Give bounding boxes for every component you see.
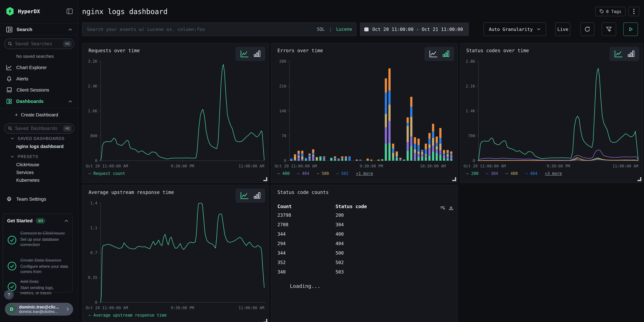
line-chart-icon[interactable] [614,50,623,58]
line-chart-icon[interactable] [429,50,438,58]
svg-text:0: 0 [284,158,286,163]
legend-more-link[interactable]: +1 more [356,171,373,176]
sidebar-item-label: Alerts [16,76,28,82]
saved-dashboards-heading[interactable]: SAVED DASHBOARDS [10,136,64,141]
presets-heading[interactable]: PRESETS [10,154,38,159]
legend-more-link[interactable]: +3 more [545,171,562,176]
svg-text:9:30:00 PM: 9:30:00 PM [360,164,383,168]
dashboard-menu-button[interactable] [628,7,639,16]
chevron-down-icon [10,155,14,158]
avg-upstream-chart[interactable]: 00.350.71.11.4Oct 20 11:00:00 AM9:30:00 … [85,201,266,312]
svg-text:0: 0 [95,158,97,163]
saved-searches-input[interactable] [15,41,61,46]
sidebar-dashboard-link-active[interactable]: nginx logs dashboard [16,144,64,149]
refresh-button[interactable] [580,22,594,36]
run-query-button[interactable] [624,22,638,36]
bar-chart-icon[interactable] [254,50,260,58]
legend-item: — Average upstream response time [88,313,166,318]
panel-resize-handle[interactable] [264,319,267,322]
chevron-down-icon [10,137,14,140]
svg-text:210: 210 [279,84,286,88]
requests-chart[interactable]: 08001.6K2.4K3.2KOct 20 11:00:00 AM9:30:0… [85,59,266,170]
svg-text:11:00:00 AM: 11:00:00 AM [238,306,264,310]
bar-chart-icon[interactable] [442,50,450,58]
legend-item: — 500 [317,171,329,176]
sidebar: HyperDX Search ⌘K No saved searches [0,0,78,322]
tags-button[interactable]: 0 Tags [595,7,626,16]
panel-title: Average upstream response time [88,190,174,195]
divider [0,108,78,108]
divider [0,23,78,24]
live-button[interactable]: Live [555,22,570,36]
sidebar-item-client-sessions[interactable]: Client Sessions [0,85,78,95]
bar-chart-icon[interactable] [254,192,260,199]
line-chart-icon[interactable] [240,192,249,199]
panel-title: Status codes over time [466,48,529,54]
search-icon [8,42,12,46]
create-dashboard-button[interactable]: + Create Dashboard [0,110,78,120]
hyperdx-logo-icon [6,7,14,16]
table-options-icon[interactable] [440,206,445,211]
status-codes-chart[interactable]: 07001.4K2.1K2.8KOct 20 11:00:00 AM9:30:0… [463,59,640,170]
sidebar-preset-kubernetes[interactable]: Kubernetes [16,178,40,183]
granularity-select[interactable]: Auto Granularity [484,22,546,36]
sidebar-item-dashboards[interactable]: Dashboards [0,97,78,106]
lucene-mode-label[interactable]: Lucene [336,27,352,32]
get-started-step[interactable]: Add Data Start sending logs, metrics, or… [7,279,68,296]
svg-text:2.1K: 2.1K [466,84,475,88]
table-row: 294404 [278,239,452,248]
date-range-picker[interactable]: Oct 20 11:00:00 - Oct 21 11:00:00 [360,22,469,36]
saved-dashboards-search[interactable]: ⌘K [4,123,74,134]
legend-item: — 404 [525,171,538,176]
sidebar-item-chart-explorer[interactable]: Chart Explorer [0,63,78,72]
table-row: 2708304 [278,220,452,230]
sidebar-item-label: Dashboards [16,99,64,104]
errors-chart[interactable]: 070140210280Oct 20 11:00:00 AM9:30:00 PM… [274,59,455,170]
help-icon: ? [8,292,10,298]
svg-text:140: 140 [279,109,286,113]
sidebar-section-search[interactable]: Search [0,24,78,35]
sidebar-collapse-icon[interactable] [66,8,73,14]
panel-resize-handle[interactable] [638,177,641,181]
get-started-card: Get Started 3/3 Connect to ClickHouse Se… [3,214,73,292]
download-icon[interactable] [448,206,454,211]
help-button[interactable]: ? [4,290,14,300]
refresh-icon [584,26,590,32]
filter-button[interactable] [602,22,616,36]
sidebar-preset-clickhouse[interactable]: ClickHouse [16,162,39,168]
event-search-bar[interactable]: SQL | Lucene [82,22,356,36]
panel-resize-handle[interactable] [452,177,456,181]
panel-title: Status code counts [278,190,328,195]
svg-text:1.6K: 1.6K [88,109,98,113]
search-section-label: Search [16,27,64,32]
line-chart-icon[interactable] [240,50,249,58]
saved-dashboards-input[interactable] [15,126,61,131]
svg-text:800: 800 [90,134,97,138]
column-header-count[interactable]: Count [278,204,292,209]
sidebar-item-label: Client Sessions [16,87,49,93]
sql-mode-label[interactable]: SQL [317,27,325,32]
status-code-table: 2379820027083043444002944043445003525023… [278,210,452,277]
panel-resize-handle[interactable] [264,177,267,181]
svg-text:0.35: 0.35 [88,275,97,280]
sidebar-item-alerts[interactable]: Alerts [0,74,78,84]
svg-text:11:00:00 AM: 11:00:00 AM [612,164,638,168]
mode-separator: | [329,27,332,32]
column-header-status-code[interactable]: Status code [336,204,367,209]
user-menu[interactable]: D dominic.tran@clic... dominic.tran@clic… [5,303,73,316]
get-started-step[interactable]: Connect to ClickHouse Set up your databa… [7,230,68,247]
saved-searches-search[interactable]: ⌘K [4,38,74,49]
event-search-input[interactable] [86,26,314,32]
panel-requests-over-time: Requests over time 08001.6K2.4K3.2KOct 2… [82,43,269,183]
app-root: HyperDX Search ⌘K No saved searches [0,0,644,322]
get-started-step[interactable]: Create Data Sources Configure where your… [7,258,68,274]
chevron-down-icon [536,28,541,31]
sidebar-item-team-settings[interactable]: Team Settings [0,194,78,204]
bar-chart-icon[interactable] [628,50,634,58]
search-section-icon [6,27,12,32]
get-started-title: Get Started [7,218,32,224]
chevron-up-icon[interactable] [64,219,69,223]
legend-item: — 400 [278,171,290,176]
step-title: Add Data [20,279,68,284]
sidebar-preset-services[interactable]: Services [16,170,34,175]
